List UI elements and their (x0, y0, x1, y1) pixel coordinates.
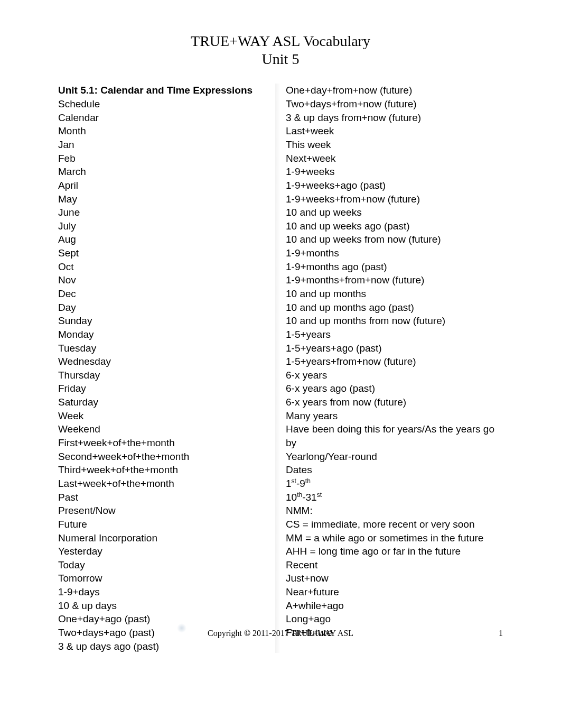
list-item: Past (58, 491, 275, 504)
list-item: Two+days+from+now (future) (286, 97, 503, 111)
list-item: 10 and up weeks ago (past) (286, 219, 503, 233)
list-item: June (58, 206, 275, 219)
list-item: Jan (58, 138, 275, 152)
list-item: Week (58, 409, 275, 423)
list-item: One+day+ago (past) (58, 612, 275, 626)
ordinal-range-1: 1st-9th (286, 477, 503, 491)
list-item: Numeral Incorporation (58, 531, 275, 545)
list-item: 10 and up weeks from now (future) (286, 233, 503, 246)
ordinal-range-2: 10th-31st (286, 491, 503, 504)
list-item: Next+week (286, 152, 503, 165)
list-item: 10 and up weeks (286, 206, 503, 219)
ord2-a: 10 (286, 492, 297, 503)
list-item: April (58, 179, 275, 192)
list-item: 1-9+weeks+ago (past) (286, 179, 503, 192)
ord2-a-sup: th (297, 491, 302, 498)
list-item: Many years (286, 409, 503, 423)
list-item: Future (58, 518, 275, 531)
copyright-symbol: © (244, 629, 250, 638)
list-item: 1-9+days (58, 585, 275, 599)
list-item: 6-x years from now (future) (286, 395, 503, 409)
list-item: 3 & up days from+now (future) (286, 111, 503, 125)
ord2-b: 31 (305, 492, 316, 503)
list-item: Aug (58, 233, 275, 246)
list-item: 1-5+years+from+now (future) (286, 355, 503, 368)
list-item: AHH = long time ago or far in the future (286, 545, 503, 558)
list-item: Have been doing this for years/As the ye… (286, 422, 503, 449)
doc-title: TRUE+WAY ASL Vocabulary (58, 32, 503, 51)
copyright-prefix: Copyright (208, 629, 244, 638)
list-item: 1-9+weeks (286, 165, 503, 179)
list-item: Yesterday (58, 545, 275, 558)
list-item: Dec (58, 287, 275, 301)
list-item: 1-9+weeks+from+now (future) (286, 192, 503, 206)
list-item: CS = immediate, more recent or very soon (286, 518, 503, 531)
list-item: MM = a while ago or sometimes in the fut… (286, 531, 503, 545)
list-item: Thursday (58, 368, 275, 382)
list-item: March (58, 165, 275, 179)
list-item: Tuesday (58, 342, 275, 355)
list-item: Friday (58, 382, 275, 395)
ord2-b-sup: st (317, 491, 322, 498)
list-item: Monday (58, 328, 275, 342)
list-item: Nov (58, 273, 275, 287)
list-item: Recent (286, 558, 503, 572)
list-item: Sept (58, 246, 275, 260)
list-item: 10 and up months from now (future) (286, 314, 503, 328)
list-item: Calendar (58, 111, 275, 125)
list-item: 6-x years ago (past) (286, 382, 503, 395)
list-item: 1-9+months+from+now (future) (286, 273, 503, 287)
list-item: Oct (58, 260, 275, 274)
list-item: NMM: (286, 504, 503, 518)
list-item: Today (58, 558, 275, 572)
list-item: Schedule (58, 97, 275, 111)
list-item: Feb (58, 152, 275, 165)
list-item: Second+week+of+the+month (58, 450, 275, 464)
page-number: 1 (499, 629, 503, 638)
list-item: Weekend (58, 422, 275, 436)
list-item: Tomorrow (58, 572, 275, 585)
ord1-b: 9 (300, 478, 305, 489)
list-item: Dates (286, 463, 503, 477)
document-header: TRUE+WAY ASL Vocabulary Unit 5 (58, 32, 503, 68)
ord1-a-sup: st (292, 477, 296, 485)
list-item: 1-5+years (286, 328, 503, 342)
list-item: Long+ago (286, 612, 503, 626)
list-item: Yearlong/Year-round (286, 450, 503, 464)
list-item: Sunday (58, 314, 275, 328)
list-item: A+while+ago (286, 599, 503, 613)
list-item: Just+now (286, 572, 503, 585)
list-item: One+day+from+now (future) (286, 84, 503, 97)
list-item: Near+future (286, 585, 503, 599)
list-item: 1-5+years+ago (past) (286, 342, 503, 355)
columns-container: Unit 5.1: Calendar and Time Expressions … (58, 84, 503, 653)
list-item: Wednesday (58, 355, 275, 368)
doc-subtitle: Unit 5 (58, 51, 503, 68)
list-item: 10 and up months (286, 287, 503, 301)
list-item: Present/Now (58, 504, 275, 518)
list-item: 6-x years (286, 368, 503, 382)
list-item: July (58, 219, 275, 233)
list-item: Last+week+of+the+month (58, 477, 275, 491)
list-item: Saturday (58, 395, 275, 409)
section-title: Unit 5.1: Calendar and Time Expressions (58, 84, 275, 97)
copyright-suffix: 2011-2017 TRUE+WAY ASL (250, 629, 353, 638)
ord1-b-sup: th (305, 477, 311, 485)
list-item: This week (286, 138, 503, 152)
list-item: 1-9+months (286, 246, 503, 260)
list-item: First+week+of+the+month (58, 436, 275, 450)
list-item: Day (58, 301, 275, 315)
list-item: May (58, 192, 275, 206)
left-column: Unit 5.1: Calendar and Time Expressions … (58, 84, 275, 653)
list-item: 1-9+months ago (past) (286, 260, 503, 274)
right-column: One+day+from+now (future)Two+days+from+n… (286, 84, 503, 653)
list-item: 10 & up days (58, 599, 275, 613)
ord1-a: 1 (286, 478, 292, 489)
list-item: Month (58, 124, 275, 138)
list-item: 3 & up days ago (past) (58, 640, 275, 653)
list-item: Last+week (286, 124, 503, 138)
list-item: Third+week+of+the+month (58, 463, 275, 477)
list-item: 10 and up months ago (past) (286, 301, 503, 315)
footer-copyright: Copyright © 2011-2017 TRUE+WAY ASL (0, 629, 561, 638)
